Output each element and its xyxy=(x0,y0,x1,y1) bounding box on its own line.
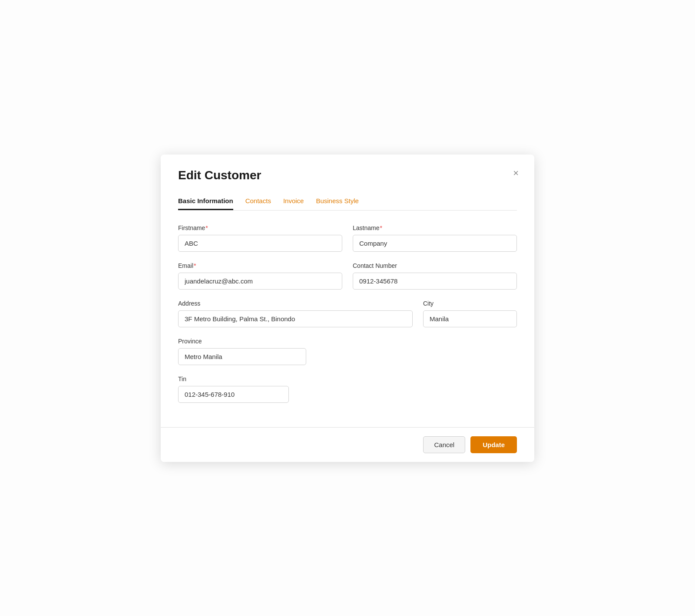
email-contact-row: Email* Contact Number xyxy=(178,262,517,290)
province-input[interactable] xyxy=(178,348,306,365)
province-row: Province xyxy=(178,338,517,365)
tin-group: Tin xyxy=(178,376,289,403)
firstname-label: Firstname* xyxy=(178,224,342,231)
modal-header: Edit Customer × Basic Information Contac… xyxy=(161,155,534,211)
name-row: Firstname* Lastname* xyxy=(178,224,517,252)
modal-title: Edit Customer xyxy=(178,168,517,182)
tab-basic-information[interactable]: Basic Information xyxy=(178,193,233,210)
address-label: Address xyxy=(178,300,413,307)
edit-customer-modal: Edit Customer × Basic Information Contac… xyxy=(161,155,534,462)
cancel-button[interactable]: Cancel xyxy=(423,436,465,453)
lastname-input[interactable] xyxy=(353,235,517,252)
city-label: City xyxy=(423,300,517,307)
tin-input[interactable] xyxy=(178,386,289,403)
firstname-group: Firstname* xyxy=(178,224,342,252)
address-group: Address xyxy=(178,300,413,327)
contact-group: Contact Number xyxy=(353,262,517,290)
contact-input[interactable] xyxy=(353,273,517,290)
tin-row: Tin xyxy=(178,376,517,403)
close-button[interactable]: × xyxy=(511,167,520,180)
lastname-label: Lastname* xyxy=(353,224,517,231)
modal-footer: Cancel Update xyxy=(161,427,534,462)
email-label: Email* xyxy=(178,262,342,269)
update-button[interactable]: Update xyxy=(470,436,517,453)
tabs-nav: Basic Information Contacts Invoice Busin… xyxy=(178,193,517,211)
tab-business-style[interactable]: Business Style xyxy=(316,193,358,210)
address-input[interactable] xyxy=(178,310,413,327)
modal-overlay: Edit Customer × Basic Information Contac… xyxy=(0,0,695,616)
email-input[interactable] xyxy=(178,273,342,290)
lastname-group: Lastname* xyxy=(353,224,517,252)
contact-label: Contact Number xyxy=(353,262,517,269)
city-group: City xyxy=(423,300,517,327)
address-city-row: Address City xyxy=(178,300,517,327)
tab-contacts[interactable]: Contacts xyxy=(245,193,271,210)
email-group: Email* xyxy=(178,262,342,290)
province-label: Province xyxy=(178,338,306,345)
tab-invoice[interactable]: Invoice xyxy=(283,193,304,210)
province-group: Province xyxy=(178,338,306,365)
firstname-input[interactable] xyxy=(178,235,342,252)
city-input[interactable] xyxy=(423,310,517,327)
modal-body: Firstname* Lastname* Email* xyxy=(161,211,534,427)
tin-label: Tin xyxy=(178,376,289,382)
